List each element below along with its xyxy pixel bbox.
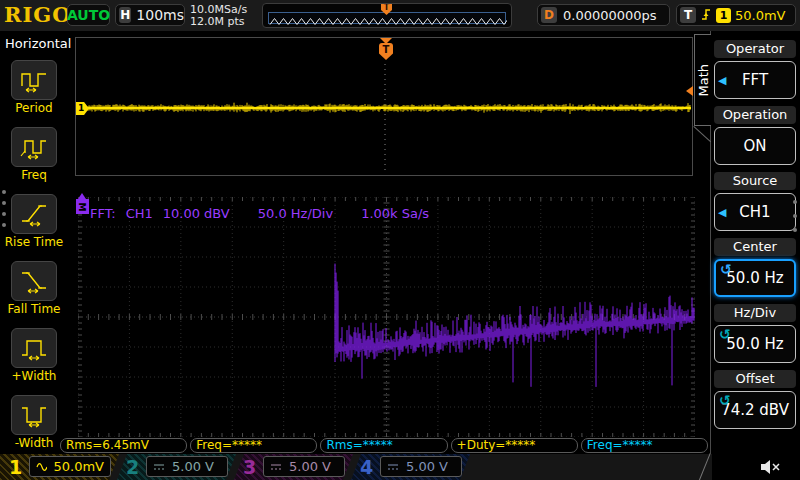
right-scroll-dot xyxy=(793,228,797,232)
timebase-value: 100ms xyxy=(136,7,184,23)
measurement-cell: +Duty=***** xyxy=(451,438,578,453)
menu-item-source[interactable]: Source ◀ CH1 xyxy=(714,172,796,231)
math-trace-marker[interactable]: M xyxy=(76,199,89,214)
menu-item-plus-width[interactable]: +Width xyxy=(11,328,57,368)
operation-value-button[interactable]: ON xyxy=(714,127,796,165)
fft-source: CH1 xyxy=(126,206,153,221)
left-scroll-dot xyxy=(2,212,6,216)
run-state-badge: AUTO xyxy=(67,4,110,26)
menu-item-center[interactable]: Center ↺ 50.0 Hz xyxy=(714,238,796,297)
knob-rotate-icon: ↺ xyxy=(719,392,731,408)
fft-sample-rate: 1.00k Sa/s xyxy=(361,206,429,221)
dc-coupling-icon xyxy=(387,462,400,472)
ac-coupling-icon xyxy=(36,462,47,472)
memory-depth: 12.0M pts xyxy=(190,16,247,28)
status-bar: RIGOL AUTO H 100ms 10.0MSa/s 12.0M pts T… xyxy=(0,0,800,31)
menu-item-period[interactable]: Period xyxy=(11,60,57,100)
measurement-bar: Rms=6.45mV Freq=***** Rms=***** +Duty=**… xyxy=(60,438,708,453)
chevron-left-icon: ◀ xyxy=(718,74,726,87)
overview-wave-icon xyxy=(269,16,507,28)
channel-2-status[interactable]: 2 5.00 V xyxy=(117,454,236,480)
menu-item-minus-width[interactable]: -Width xyxy=(11,395,57,435)
operator-value-button[interactable]: ◀ FFT xyxy=(714,61,796,99)
freq-icon xyxy=(11,127,57,167)
chevron-left-icon: ◀ xyxy=(718,206,726,219)
source-value-button[interactable]: ◀ CH1 xyxy=(714,193,796,231)
fft-label: FFT: xyxy=(90,206,116,221)
channel-1-scale-box: 50.0mV xyxy=(29,456,111,477)
channel-3-status[interactable]: 3 5.00 V xyxy=(234,454,353,480)
right-scroll-dot xyxy=(793,214,797,218)
channel-2-scale-box: 5.00 V xyxy=(146,456,228,477)
left-menu-title: Horizontal xyxy=(5,36,71,51)
menu-item-fall-time[interactable]: Fall Time xyxy=(11,261,57,301)
measurement-cell: Rms=***** xyxy=(320,438,447,453)
period-icon xyxy=(11,60,57,100)
hzdiv-value-button[interactable]: ↺ 50.0 Hz xyxy=(714,325,796,363)
rise-time-icon xyxy=(11,194,57,234)
measurement-cell: Freq=***** xyxy=(581,438,708,453)
fall-time-icon xyxy=(11,261,57,301)
delay-icon: D xyxy=(541,7,557,23)
waveform-overview[interactable]: T xyxy=(262,3,512,28)
menu-item-operator[interactable]: Operator ◀ FFT xyxy=(714,40,796,99)
delay-box[interactable]: D 0.00000000ps xyxy=(537,4,670,26)
left-scroll-dot xyxy=(2,223,6,227)
trigger-level-value: 50.0mV xyxy=(735,8,786,23)
minus-width-icon xyxy=(11,395,57,435)
menu-item-freq[interactable]: Freq xyxy=(11,127,57,167)
time-domain-window: T 1 xyxy=(75,37,693,176)
knob-rotate-icon: ↺ xyxy=(720,261,732,277)
menu-item-hzdiv[interactable]: Hz/Div ↺ 50.0 Hz xyxy=(714,304,796,363)
fft-scale: 10.00 dBV xyxy=(163,206,230,221)
channel-4-scale-box: 5.00 V xyxy=(380,456,462,477)
knob-rotate-icon: ↺ xyxy=(719,326,731,342)
oscilloscope-screen: RIGOL AUTO H 100ms 10.0MSa/s 12.0M pts T… xyxy=(0,0,800,480)
plus-width-icon xyxy=(11,328,57,368)
left-scroll-dot xyxy=(2,190,6,194)
menu-item-offset[interactable]: Offset ↺ 74.2 dBV xyxy=(714,370,796,429)
measurement-cell: Freq=***** xyxy=(190,438,317,453)
trigger-level-arrow-icon[interactable] xyxy=(686,86,693,96)
trigger-box[interactable]: T 1 50.0mV xyxy=(676,4,796,26)
channel-4-status[interactable]: 4 5.00 V xyxy=(351,454,470,480)
horizontal-icon: H xyxy=(119,7,131,23)
trigger-source-badge: 1 xyxy=(716,8,731,23)
channel-3-scale-box: 5.00 V xyxy=(263,456,345,477)
fft-grid-and-trace xyxy=(78,197,695,437)
run-state-label: AUTO xyxy=(67,7,110,23)
math-tab-notch xyxy=(693,126,711,142)
measurement-cell: Rms=6.45mV xyxy=(60,438,187,453)
right-scroll-dot xyxy=(793,200,797,204)
rising-edge-icon xyxy=(700,7,712,23)
math-tab[interactable]: Math xyxy=(694,34,711,126)
dc-coupling-icon xyxy=(153,462,166,472)
menu-item-operation[interactable]: Operation ON xyxy=(714,106,796,165)
dc-coupling-icon xyxy=(270,462,283,472)
channel-1-status[interactable]: 1 50.0mV xyxy=(0,454,119,480)
fft-header: FFT: CH1 10.00 dBV 50.0 Hz/Div 1.00k Sa/… xyxy=(90,206,439,221)
acquisition-info: 10.0MSa/s 12.0M pts xyxy=(190,4,247,28)
delay-value: 0.00000000ps xyxy=(563,8,657,23)
center-value-button[interactable]: ↺ 50.0 Hz xyxy=(714,259,796,297)
ch1-trace xyxy=(76,38,692,175)
offset-value-button[interactable]: ↺ 74.2 dBV xyxy=(714,391,796,429)
fft-hdiv: 50.0 Hz/Div xyxy=(258,206,333,221)
horizontal-timebase-box[interactable]: H 100ms xyxy=(115,4,185,26)
fft-window: FFT: CH1 10.00 dBV 50.0 Hz/Div 1.00k Sa/… xyxy=(78,197,695,437)
speaker-muted-icon xyxy=(760,459,782,475)
bottom-bar-right xyxy=(712,454,800,480)
menu-item-rise-time[interactable]: Rise Time xyxy=(11,194,57,234)
trigger-icon: T xyxy=(680,7,696,23)
channel-status-bar: 1 50.0mV 2 5.00 V 3 xyxy=(0,454,800,480)
left-scroll-dot xyxy=(2,201,6,205)
bottom-bar-divider xyxy=(698,453,711,480)
